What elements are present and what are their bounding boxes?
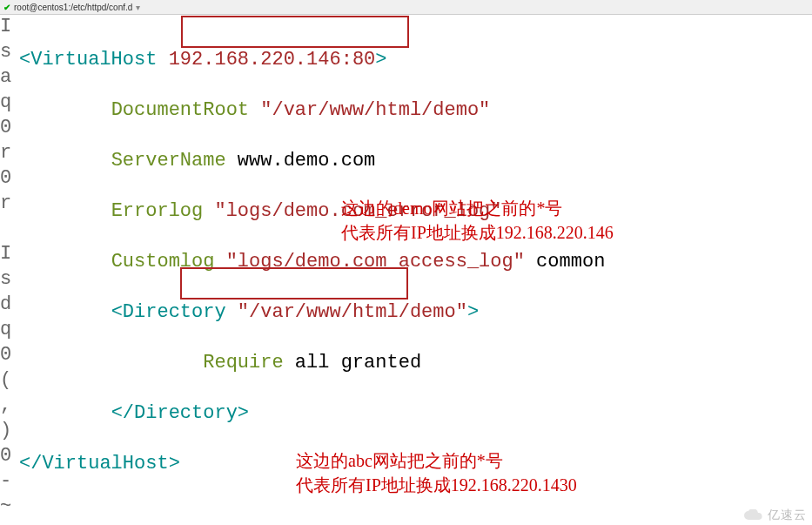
annotation-1: 这边的demo网站把之前的*号 代表所有IP地址换成192.168.220.14… bbox=[341, 196, 614, 245]
code-line[interactable]: <Directory "/var/www/html/demo"> bbox=[19, 300, 810, 325]
code-line[interactable]: Customlog "logs/demo.com_access_log" com… bbox=[19, 249, 810, 274]
code-line[interactable]: Require all granted bbox=[19, 350, 810, 375]
annotation-2: 这边的abc网站把之前的*号 代表所有IP地址换成192.168.220.143… bbox=[296, 448, 577, 497]
code-line[interactable]: ServerName www.demo.com bbox=[19, 148, 810, 173]
cloud-icon bbox=[743, 509, 764, 522]
code-line[interactable] bbox=[19, 501, 810, 525]
code-line[interactable]: </Directory> bbox=[19, 400, 810, 426]
code-line[interactable]: <VirtualHost 192.168.220.146:80> bbox=[19, 47, 810, 72]
window-titlebar: ✔ root@centos1:/etc/httpd/conf.d ▾ bbox=[0, 0, 812, 15]
chevron-down-icon: ▾ bbox=[136, 3, 140, 12]
watermark: 亿速云 bbox=[743, 508, 807, 523]
code-line[interactable]: DocumentRoot "/var/www/html/demo" bbox=[19, 98, 810, 123]
title-path: root@centos1:/etc/httpd/conf.d bbox=[14, 3, 132, 12]
check-icon: ✔ bbox=[3, 3, 10, 12]
